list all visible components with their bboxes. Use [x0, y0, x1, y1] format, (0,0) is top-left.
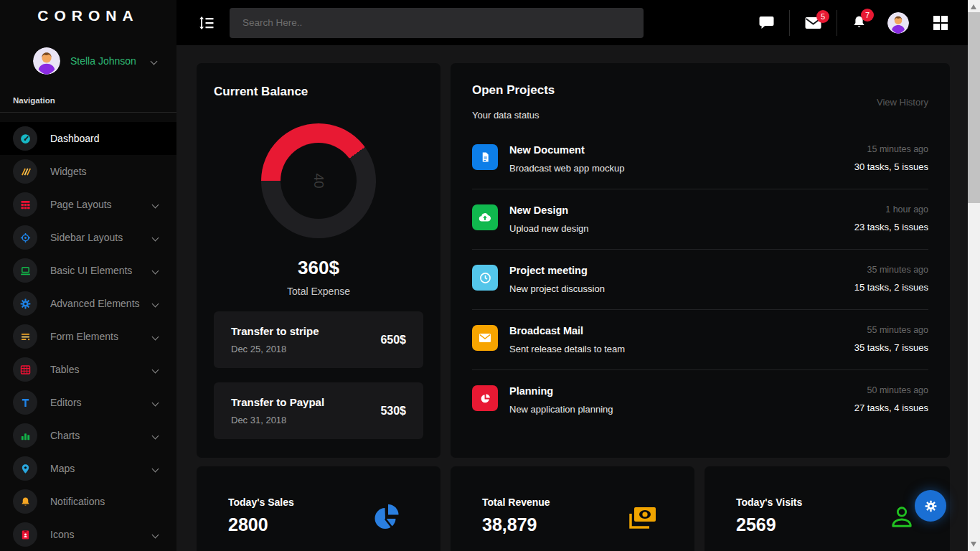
sidebar-item-label: Icons [50, 529, 153, 540]
sidebar-item-maps[interactable]: Maps [0, 452, 176, 485]
project-desc: Sent release details to team [509, 344, 854, 354]
transfer-title: Transfer to stripe [231, 325, 319, 337]
brand-logo: CORONA [0, 0, 176, 32]
cash-icon [626, 505, 659, 534]
transfer-date: Dec 31, 2018 [231, 415, 324, 425]
search-input[interactable] [230, 8, 644, 38]
sidebar-item-form-elements[interactable]: Form Elements [0, 320, 176, 353]
sidebar-item-advanced[interactable]: Advanced Elements [0, 287, 176, 320]
sidebar-item-sidebar-layouts[interactable]: Sidebar Layouts [0, 221, 176, 254]
project-time: 50 minutes ago [854, 385, 928, 395]
chevron-down-icon [152, 267, 159, 274]
open-projects-card: Open Projects Your data status View Hist… [451, 63, 950, 458]
messages-badge: 5 [816, 10, 829, 23]
notifications-button[interactable]: 7 [852, 15, 866, 30]
sidebar-item-page-layouts[interactable]: Page Layouts [0, 188, 176, 221]
sidebar-item-label: Charts [50, 430, 153, 441]
project-meta: 23 tasks, 5 issues [854, 222, 928, 232]
todays-visits-card: Today's Visits 2569 [705, 466, 950, 551]
list-item[interactable]: New Document Broadcast web app mockup 15… [472, 129, 928, 189]
transfer-date: Dec 25, 2018 [231, 344, 319, 354]
list-item[interactable]: New Design Upload new design 1 hour ago … [472, 189, 928, 250]
stat-value: 2800 [228, 514, 440, 535]
chevron-down-icon [152, 333, 159, 340]
stat-value: 2569 [736, 514, 950, 535]
stat-label: Total Revenue [482, 496, 694, 508]
divider [837, 10, 837, 36]
project-desc: Upload new design [509, 223, 854, 234]
sidebar-item-label: Maps [50, 463, 153, 474]
map-pin-icon [13, 456, 37, 481]
scrollbar-down-arrow[interactable] [971, 542, 976, 547]
project-title: Project meeting [509, 265, 854, 276]
sidebar-item-basic-ui[interactable]: Basic UI Elements [0, 254, 176, 287]
sidebar-item-icons[interactable]: Icons [0, 518, 176, 551]
pie-chart-icon [373, 502, 402, 535]
file-document-icon [472, 144, 498, 170]
avatar[interactable] [887, 12, 909, 34]
scrollbar-thumb[interactable] [968, 12, 980, 203]
sidebar-item-label: Sidebar Layouts [50, 232, 153, 243]
chevron-down-icon [152, 300, 159, 307]
sidebar-item-tables[interactable]: Tables [0, 353, 176, 386]
avatar [33, 47, 60, 75]
apps-grid-icon[interactable] [933, 15, 948, 31]
sidebar-item-label: Form Elements [50, 331, 153, 342]
card-title: Open Projects [472, 83, 555, 98]
current-balance-card: Current Balance 40 360$ Total Expense Tr… [197, 63, 440, 458]
chat-button[interactable] [759, 16, 774, 30]
project-meta: 35 tasks, 7 issues [854, 342, 928, 353]
scrollbar-up-arrow[interactable] [971, 4, 976, 9]
project-time: 35 minutes ago [854, 265, 928, 275]
sidebar-item-label: Advanced Elements [50, 298, 153, 309]
transfer-row[interactable]: Transfer to stripe Dec 25, 2018 650$ [214, 311, 423, 368]
card-title: Current Balance [214, 85, 423, 99]
sidebar-item-label: Widgets [50, 166, 176, 177]
chevron-down-icon [151, 57, 158, 65]
divider [789, 10, 790, 36]
app-window: CORONA Stella Johnson Navigation Dashboa… [0, 0, 968, 551]
id-badge-icon [13, 522, 37, 547]
sidebar-item-notifications[interactable]: Notifications [0, 485, 176, 518]
chevron-down-icon [152, 201, 159, 208]
speedometer-icon [13, 126, 37, 151]
settings-fab-button[interactable] [915, 490, 946, 522]
chevron-down-icon [152, 234, 159, 241]
transfer-title: Transfer to Paypal [231, 396, 324, 408]
gear-icon [925, 500, 937, 512]
sidebar-item-dashboard[interactable]: Dashboard [0, 122, 176, 155]
laptop-icon [13, 258, 37, 283]
transfer-amount: 530$ [380, 405, 406, 418]
gauge-hole: 40 [281, 143, 357, 219]
cloud-upload-icon [472, 204, 498, 230]
messages-button[interactable]: 5 [805, 17, 821, 29]
table-grid-icon [13, 357, 37, 382]
list-item[interactable]: Project meeting New project discussion 3… [472, 250, 928, 310]
line-spacing-toggle-icon[interactable] [199, 17, 215, 29]
sidebar-item-editors[interactable]: Editors [0, 386, 176, 419]
list-lines-icon [13, 324, 37, 349]
bar-chart-icon [13, 423, 37, 448]
view-history-link[interactable]: View History [877, 97, 928, 108]
project-desc: Broadcast web app mockup [509, 163, 854, 174]
todays-sales-card: Today's Sales 2800 [197, 466, 440, 551]
projects-list: New Document Broadcast web app mockup 15… [472, 129, 928, 430]
sidebar-item-label: Basic UI Elements [50, 265, 153, 276]
sidebar-item-label: Tables [50, 364, 153, 375]
clock-icon [472, 265, 498, 291]
profile-block[interactable]: Stella Johnson [0, 32, 176, 75]
scrollbar[interactable] [968, 0, 980, 551]
gear-icon [13, 291, 37, 316]
transfer-amount: 650$ [380, 334, 406, 347]
chevron-down-icon [152, 432, 159, 439]
project-time: 1 hour ago [854, 204, 928, 215]
sidebar-item-charts[interactable]: Charts [0, 419, 176, 452]
envelope-icon [472, 325, 498, 351]
sidebar-item-widgets[interactable]: Widgets [0, 155, 176, 188]
transfer-row[interactable]: Transfer to Paypal Dec 31, 2018 530$ [214, 382, 423, 439]
sidebar-item-label: Dashboard [50, 133, 176, 144]
person-icon [890, 505, 914, 532]
sidebar-item-label: Notifications [50, 496, 176, 507]
list-item[interactable]: Planning New application planning 50 min… [472, 370, 928, 430]
list-item[interactable]: Broadcast Mail Sent release details to t… [472, 310, 928, 370]
